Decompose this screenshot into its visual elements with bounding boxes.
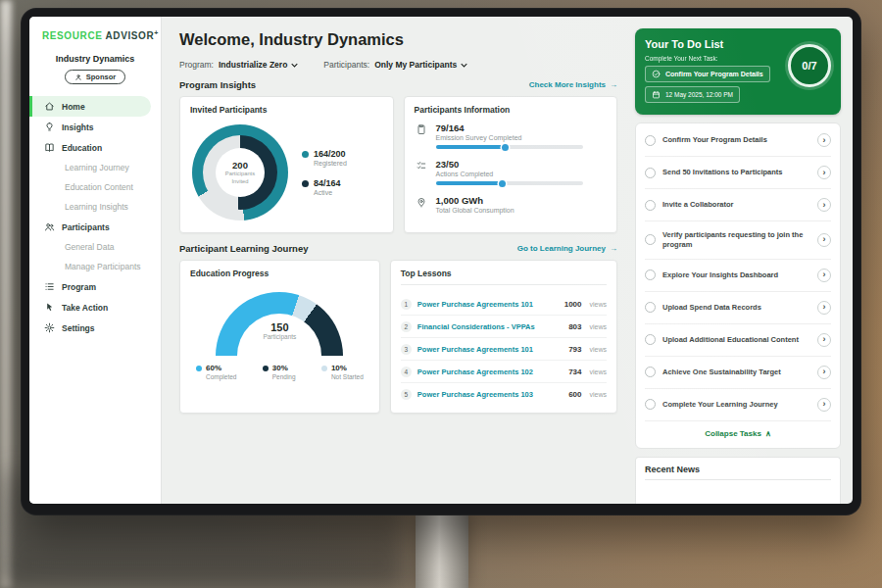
sidebar-item-program[interactable]: Program (29, 276, 161, 297)
sidebar-item-education[interactable]: Education (29, 137, 161, 158)
todo-due-label: 12 May 2025, 12:00 PM (665, 91, 733, 98)
invited-participants-card: Invited Participants 200 Participants In… (179, 96, 394, 233)
home-icon (44, 101, 55, 112)
chevron-right-icon[interactable]: › (817, 233, 831, 247)
chevron-right-icon[interactable]: › (817, 366, 831, 379)
progress-track (436, 145, 583, 149)
check-more-insights-link[interactable]: Check More Insights → (529, 80, 617, 89)
program-insights-header: Program Insights Check More Insights → (179, 79, 617, 90)
sidebar-item-settings[interactable]: Settings (29, 318, 161, 338)
sidebar-item-label: Program (62, 282, 96, 292)
sidebar-item-general-data[interactable]: General Data (29, 237, 161, 257)
chevron-glyph: › (823, 169, 826, 177)
task-row[interactable]: Confirm Your Program Details › (645, 124, 831, 157)
invited-donut-center: 200 Participants Invited (216, 148, 265, 197)
chevron-right-icon[interactable]: › (817, 166, 831, 179)
sidebar-item-participants[interactable]: Participants (29, 217, 161, 237)
task-row[interactable]: Invite a Collaborator › (645, 189, 831, 221)
lesson-link[interactable]: Power Purchase Agreements 103 (417, 390, 563, 399)
progress-fill (436, 145, 507, 149)
stat-label: Total Global Consumption (436, 207, 514, 214)
recent-news-card: Recent News (635, 457, 841, 505)
task-label: Upload Spend Data Records (662, 303, 810, 313)
checkbox-icon[interactable] (645, 135, 656, 146)
chevron-right-icon[interactable]: › (817, 301, 831, 315)
task-row[interactable]: Explore Your Insights Dashboard › (645, 260, 831, 292)
stat-actions-completed: 23/50 Actions Completed (415, 159, 608, 185)
education-gauge: 150 Participants (216, 292, 343, 356)
sidebar-item-insights[interactable]: Insights (29, 117, 161, 137)
sponsor-badge[interactable]: Sponsor (65, 70, 125, 84)
task-row[interactable]: Send 50 Invitations to Participants › (645, 157, 831, 189)
lesson-rank: 3 (401, 344, 412, 355)
sidebar-item-home[interactable]: Home (29, 96, 151, 117)
participants-filter-dropdown[interactable]: Only My Participants (374, 60, 467, 70)
sidebar-item-take-action[interactable]: Take Action (29, 297, 161, 318)
todo-next-task[interactable]: Confirm Your Program Details (645, 66, 770, 82)
chevron-right-icon[interactable]: › (817, 133, 831, 147)
arrow-right-icon: → (610, 80, 617, 89)
page-title: Welcome, Industry Dynamics (179, 30, 621, 49)
invited-donut-outer-ring: 200 Participants Invited (192, 124, 288, 220)
checkbox-icon[interactable] (645, 270, 656, 280)
task-row[interactable]: Complete Your Learning Journey › (645, 389, 831, 421)
lesson-link[interactable]: Power Purchase Agreements 101 (417, 300, 559, 309)
task-row[interactable]: Upload Additional Educational Content › (645, 324, 831, 357)
task-label: Verify participants requesting to join t… (662, 230, 810, 250)
stat-value: 23/50 (436, 159, 583, 170)
card-title: Participants Information (415, 105, 608, 115)
checkbox-icon[interactable] (645, 334, 656, 345)
task-label: Explore Your Insights Dashboard (662, 270, 810, 280)
logo-text-secondary: ADVISOR (106, 30, 155, 41)
sidebar-item-learning-journey[interactable]: Learning Journey (29, 158, 161, 177)
checkbox-icon[interactable] (645, 367, 656, 377)
chevron-glyph: › (823, 303, 826, 312)
chevron-right-icon[interactable]: › (817, 398, 831, 412)
checkbox-icon[interactable] (645, 302, 656, 313)
legend-label: Not Started (331, 373, 364, 380)
collapse-tasks-link[interactable]: Collapse Tasks ∧ (645, 421, 831, 447)
checkbox-icon[interactable] (645, 399, 656, 410)
section-title: Participant Learning Journey (179, 243, 308, 254)
sidebar-item-label: Education Content (65, 182, 133, 192)
checkbox-icon[interactable] (645, 168, 656, 178)
chevron-glyph: › (823, 400, 826, 409)
learning-journey-cards: Education Progress 150 Participants 60 (179, 260, 617, 414)
app-screen: RESOURCE ADVISOR+ Industry Dynamics Spon… (29, 17, 853, 504)
checkbox-icon[interactable] (645, 234, 656, 245)
sidebar-item-education-content[interactable]: Education Content (29, 177, 161, 197)
lesson-row: 2 Financial Considerations - VPPAs 803vi… (401, 316, 607, 338)
card-title: Invited Participants (190, 105, 383, 115)
sidebar: RESOURCE ADVISOR+ Industry Dynamics Spon… (29, 17, 162, 504)
chevron-right-icon[interactable]: › (817, 269, 831, 282)
lesson-row: 3 Power Purchase Agreements 101 793views (401, 338, 607, 361)
lesson-link[interactable]: Power Purchase Agreements 102 (417, 368, 563, 376)
go-to-learning-journey-link[interactable]: Go to Learning Journey → (517, 244, 617, 253)
chevron-up-icon: ∧ (765, 429, 771, 438)
filter-bar: Program: Industrialize Zero Participants… (179, 60, 621, 70)
stat-label: Actions Completed (436, 171, 583, 177)
chevron-glyph: › (823, 201, 826, 210)
progress-fill (436, 181, 504, 185)
views-label: views (589, 323, 607, 330)
chevron-right-icon[interactable]: › (817, 198, 831, 212)
organization-name: Industry Dynamics (29, 54, 161, 64)
sidebar-item-manage-participants[interactable]: Manage Participants (29, 257, 161, 276)
task-label: Send 50 Invitations to Participants (662, 168, 810, 177)
program-filter-dropdown[interactable]: Industrialize Zero (219, 60, 298, 70)
chevron-right-icon[interactable]: › (817, 333, 831, 347)
task-row[interactable]: Achieve One Sustainability Target › (645, 357, 831, 389)
task-row[interactable]: Upload Spend Data Records › (645, 292, 831, 324)
logo-text-primary: RESOURCE (42, 30, 102, 41)
task-row[interactable]: Verify participants requesting to join t… (645, 221, 831, 260)
legend-label: Completed (206, 373, 236, 380)
invited-legend: 164/200 Registered 84/164 Active (302, 149, 347, 196)
stat-value: 1,000 GWh (436, 195, 514, 206)
task-label: Achieve One Sustainability Target (662, 368, 810, 377)
sponsor-badge-label: Sponsor (86, 73, 116, 81)
checkbox-icon[interactable] (645, 200, 656, 211)
legend-not-started: 10% Not Started (321, 364, 364, 380)
lesson-link[interactable]: Power Purchase Agreements 101 (417, 345, 563, 354)
sidebar-item-learning-insights[interactable]: Learning Insights (29, 197, 161, 217)
lesson-link[interactable]: Financial Considerations - VPPAs (417, 322, 563, 331)
